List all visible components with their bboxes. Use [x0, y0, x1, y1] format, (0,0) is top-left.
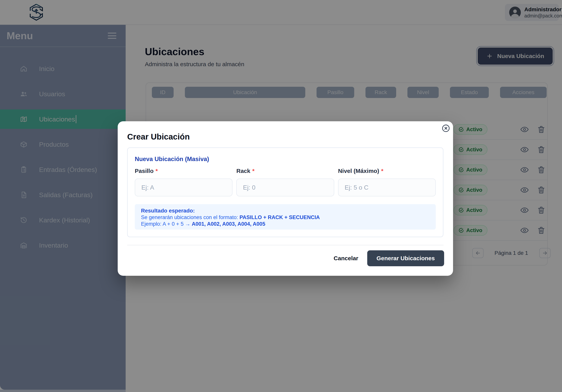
- rack-input[interactable]: [236, 179, 334, 196]
- modal-footer: Cancelar Generar Ubicaciones: [334, 250, 444, 266]
- mass-create-form: Nueva Ubicación (Masiva) Pasillo* Rack* …: [127, 147, 443, 237]
- field-nivel: Nivel (Máximo)*: [338, 168, 436, 196]
- form-fields: Pasillo* Rack* Nivel (Máximo)*: [135, 168, 436, 196]
- field-rack: Rack*: [236, 168, 334, 196]
- pasillo-input[interactable]: [135, 179, 233, 196]
- info-title: Resultado esperado:: [141, 207, 430, 214]
- nivel-input[interactable]: [338, 179, 436, 196]
- app-root: Administrador admin@pack.com Menu Inicio…: [0, 0, 562, 392]
- modal-title: Crear Ubicación: [127, 132, 190, 142]
- expected-result-info: Resultado esperado: Se generarán ubicaci…: [135, 204, 436, 230]
- field-label: Rack*: [236, 168, 334, 174]
- info-example-line: Ejemplo: A + 0 + 5 → A001, A002, A003, A…: [141, 221, 430, 227]
- required-asterisk: *: [252, 168, 255, 174]
- info-format-line: Se generarán ubicaciones con el formato:…: [141, 214, 430, 221]
- field-label: Nivel (Máximo)*: [338, 168, 436, 174]
- generate-locations-button[interactable]: Generar Ubicaciones: [367, 250, 444, 266]
- form-section-title: Nueva Ubicación (Masiva): [135, 156, 209, 163]
- close-button[interactable]: [441, 124, 450, 133]
- create-location-modal: Crear Ubicación Nueva Ubicación (Masiva)…: [118, 121, 453, 276]
- close-icon: [442, 124, 450, 133]
- field-label: Pasillo*: [135, 168, 233, 174]
- required-asterisk: *: [381, 168, 383, 174]
- modal-divider: [127, 245, 444, 245]
- cancel-button[interactable]: Cancelar: [334, 255, 358, 262]
- required-asterisk: *: [155, 168, 158, 174]
- field-pasillo: Pasillo*: [135, 168, 233, 196]
